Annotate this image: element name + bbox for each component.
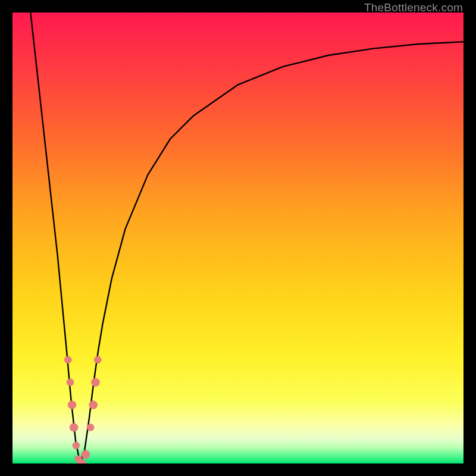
data-marker	[91, 378, 99, 387]
data-marker	[67, 379, 74, 386]
chart-canvas: TheBottleneck.com	[0, 0, 476, 476]
data-marker	[87, 424, 94, 431]
data-marker	[73, 442, 80, 449]
data-marker	[89, 400, 98, 409]
watermark-text: TheBottleneck.com	[364, 1, 463, 14]
data-marker	[68, 400, 76, 409]
curve-line	[30, 12, 464, 464]
data-marker	[82, 450, 90, 459]
plot-area	[12, 12, 464, 464]
data-marker	[94, 356, 101, 364]
bottleneck-curve	[12, 12, 464, 464]
data-marker	[70, 423, 78, 431]
data-marker	[64, 356, 71, 364]
